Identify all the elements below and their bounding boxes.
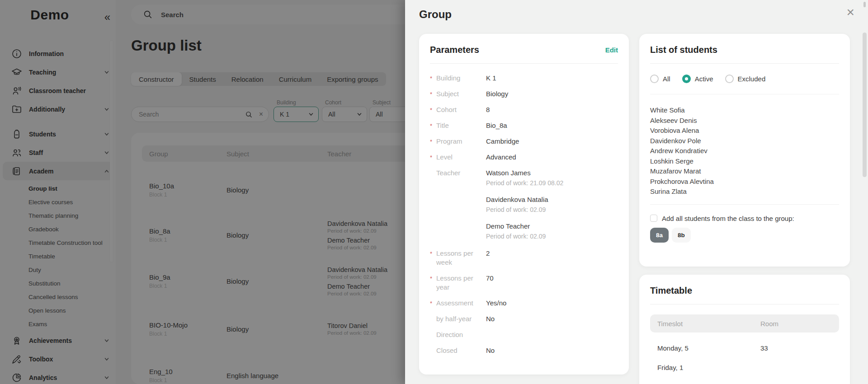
required-asterisk: * — [430, 89, 436, 98]
param-row-closed: ClosedNo — [430, 346, 618, 355]
scrollbar-arrow[interactable] — [863, 2, 866, 7]
param-row-cohort: *Cohort8 — [430, 105, 618, 114]
param-row-lessons-per-year: *Lessons per year70 — [430, 274, 618, 292]
radio-all[interactable]: All — [650, 75, 670, 83]
parameters-title: Parameters — [430, 45, 479, 55]
teacher-name: Watson James — [486, 169, 618, 178]
class-button-8b[interactable]: 8b — [672, 228, 691, 243]
timeslot-value: Monday, 5 — [650, 344, 760, 352]
list-item[interactable]: Surina Zlata — [650, 187, 839, 197]
teacher-period: Period of work: 02.09 — [486, 232, 618, 241]
param-row-assessment: *AssessmentYes/no — [430, 299, 618, 308]
param-row-by-half-year: by half-yearNo — [430, 314, 618, 323]
list-item[interactable]: White Sofia — [650, 105, 839, 116]
param-row-subject: *SubjectBiology — [430, 89, 618, 98]
teacher-entry: Watson JamesPeriod of work: 21.09 08.02 — [486, 169, 618, 187]
student-list: White Sofia Alekseev Denis Vorobiova Ale… — [650, 105, 839, 197]
edit-button[interactable]: Edit — [605, 46, 618, 54]
students-title: List of students — [650, 45, 717, 55]
timetable-title: Timetable — [650, 286, 692, 296]
teacher-entry: Demo TeacherPeriod of work: 02.09 — [486, 222, 618, 241]
asterisk-spacer — [430, 346, 436, 347]
param-row-building: *BuildingK 1 — [430, 74, 618, 83]
list-item[interactable]: Davidenkov Pole — [650, 136, 839, 146]
radio-circle-icon — [682, 75, 691, 83]
asterisk-spacer — [430, 314, 436, 316]
drawer-title: Group — [419, 8, 452, 21]
param-row-level: *LevelAdvanced — [430, 153, 618, 162]
list-item[interactable]: Muzafarov Marat — [650, 166, 839, 177]
timetable-header-row: Timeslot Room — [650, 314, 839, 332]
list-item[interactable]: Andrew Kondratiev — [650, 146, 839, 156]
param-row-lessons-per-week: *Lessons per week2 — [430, 249, 618, 267]
timeslot-value: Friday, 1 — [650, 364, 760, 371]
required-asterisk: * — [430, 249, 436, 257]
param-row-program: *ProgramCambridge — [430, 137, 618, 146]
param-row-direction: Direction — [430, 330, 618, 339]
timetable-card: Timetable Timeslot Room Monday, 5 33 Fri… — [639, 275, 850, 384]
group-drawer: Group × Parameters Edit *BuildingK 1 *Su… — [405, 0, 868, 384]
radio-circle-icon — [650, 75, 659, 83]
close-icon[interactable]: × — [846, 5, 854, 19]
parameters-card: Parameters Edit *BuildingK 1 *SubjectBio… — [419, 34, 629, 375]
timetable-row[interactable]: Monday, 5 33 — [650, 344, 839, 352]
checkbox-label: Add all students from the class to the g… — [662, 215, 794, 222]
add-all-students-row: Add all students from the class to the g… — [650, 215, 839, 222]
required-asterisk: * — [430, 299, 436, 307]
param-row-teacher: Teacher Watson JamesPeriod of work: 21.0… — [430, 169, 618, 241]
list-item[interactable]: Vorobiova Alena — [650, 126, 839, 136]
required-asterisk: * — [430, 137, 436, 145]
class-button-8a[interactable]: 8a — [650, 228, 669, 243]
teacher-period: Period of work: 02.09 — [486, 205, 618, 214]
teacher-name: Demo Teacher — [486, 222, 618, 231]
radio-active[interactable]: Active — [682, 75, 713, 83]
list-item[interactable]: Alekseev Denis — [650, 116, 839, 126]
teacher-name: Davidenkova Natalia — [486, 195, 618, 204]
timetable-row[interactable]: Friday, 1 — [650, 364, 839, 371]
required-asterisk: * — [430, 74, 436, 82]
checkbox[interactable] — [650, 215, 657, 222]
page-scrollbar[interactable] — [863, 33, 867, 177]
asterisk-spacer — [430, 330, 436, 332]
required-asterisk: * — [430, 153, 436, 161]
list-item[interactable]: Prokchorova Alevtina — [650, 177, 839, 187]
students-filter-radios: All Active Excluded — [650, 75, 839, 83]
column-header-room: Room — [760, 320, 778, 328]
class-buttons: 8a 8b — [650, 228, 839, 243]
asterisk-spacer — [430, 169, 436, 170]
room-value: 33 — [760, 344, 768, 352]
param-row-title: *TitleBio_8a — [430, 121, 618, 130]
teacher-entry: Davidenkova NataliaPeriod of work: 02.09 — [486, 195, 618, 214]
students-card: List of students All Active Excluded Whi… — [639, 34, 850, 267]
required-asterisk: * — [430, 274, 436, 282]
radio-excluded[interactable]: Excluded — [725, 75, 766, 83]
required-asterisk: * — [430, 121, 436, 129]
radio-circle-icon — [725, 75, 734, 83]
column-header-timeslot: Timeslot — [650, 320, 760, 328]
list-item[interactable]: Loshkin Serge — [650, 156, 839, 167]
teacher-period: Period of work: 21.09 08.02 — [486, 178, 618, 187]
required-asterisk: * — [430, 105, 436, 113]
modal-backdrop[interactable] — [0, 0, 407, 384]
